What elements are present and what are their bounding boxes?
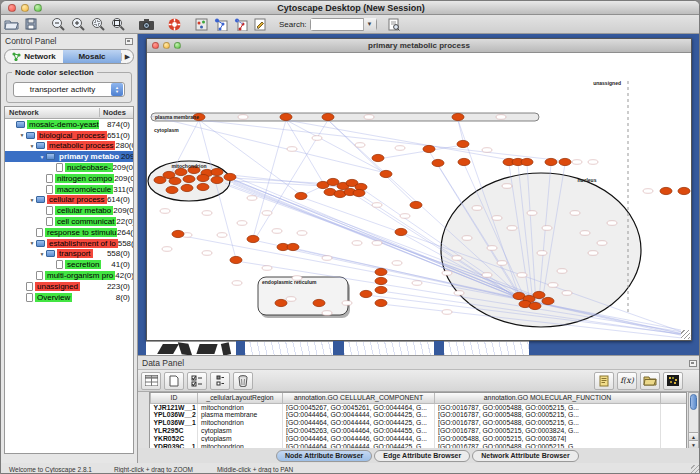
table-cell[interactable]: mitochondrion [198, 419, 283, 427]
tree-row[interactable]: mosaic-demo-yeast874(0) [5, 119, 133, 130]
table-cell[interactable]: [GO:0044464, GO:0044444, GO:0044425, G..… [283, 411, 435, 419]
table-row[interactable]: YJR121W__1mitochondrion[GO:0045267, GO:0… [151, 403, 688, 411]
table-cell[interactable]: [GO:0045263, GO:0044464, GO:0044455, G..… [283, 427, 435, 435]
network-node[interactable] [183, 175, 195, 182]
table-cell[interactable]: mitochondrion [198, 403, 283, 411]
table-cell[interactable]: [GO:0016787, GO:0005488, GO:0005215, G..… [435, 411, 661, 419]
vizmapper-icon[interactable] [192, 16, 211, 33]
network-node[interactable] [360, 290, 372, 297]
table-cell[interactable]: [GO:0005488, GO:0005215, GO:0003674] [435, 435, 661, 443]
table-cell[interactable]: YLR295C [151, 427, 198, 435]
network-node[interactable] [395, 228, 407, 235]
table-cell[interactable]: cytoplasm [198, 435, 283, 443]
zoom-selected-icon[interactable] [88, 16, 108, 33]
network-node[interactable] [197, 174, 209, 181]
network-node[interactable] [458, 158, 470, 165]
tree-row[interactable]: Overview8(0) [5, 292, 133, 303]
network-node[interactable] [295, 192, 307, 199]
float-panel-icon[interactable] [689, 360, 697, 367]
network-node[interactable] [280, 113, 292, 120]
zoom-out-icon[interactable] [48, 16, 68, 33]
network-node[interactable] [247, 235, 259, 242]
network-node[interactable] [375, 299, 387, 306]
tree-row[interactable]: unassigned223(0) [5, 281, 133, 292]
network-node[interactable] [166, 186, 178, 193]
destroy-view-icon[interactable] [231, 16, 251, 33]
formula-icon[interactable]: f(x) [617, 372, 637, 390]
network-node[interactable] [275, 299, 287, 306]
network-node[interactable] [211, 176, 223, 183]
tree-row[interactable]: macromolecule311(0) [5, 184, 133, 195]
table-cell[interactable]: cytoplasm [198, 427, 283, 435]
network-view-window[interactable]: primary metabolic process plasma membran… [146, 38, 692, 341]
network-node[interactable] [375, 286, 387, 293]
table-scrollbar[interactable]: ▲ ▼ [688, 392, 699, 449]
disclosure-triangle-icon[interactable]: ▼ [28, 143, 36, 149]
tree-row[interactable]: ▼establishment of lo558(0) [5, 238, 133, 249]
table-cell[interactable]: YPL036W__1 [151, 419, 198, 427]
network-node[interactable] [542, 297, 554, 304]
disclosure-triangle-icon[interactable]: ▼ [28, 197, 36, 203]
background-window[interactable] [146, 341, 241, 355]
tree-row[interactable]: ▼metabolic process280(0) [5, 141, 133, 152]
tree-row[interactable]: multi-organism pro42(0) [5, 270, 133, 281]
tree-row[interactable]: ▼transport558(0) [5, 249, 133, 260]
tree-column-nodes[interactable]: Nodes [99, 108, 133, 117]
table-cell[interactable]: [GO:0044464, GO:0044444, GO:0044425, G..… [283, 419, 435, 427]
network-edge[interactable] [286, 120, 527, 163]
table-row[interactable]: YKR052Ccytoplasm[GO:0044464, GO:0044446,… [151, 435, 688, 443]
network-node[interactable] [521, 158, 533, 165]
search-input[interactable] [311, 19, 363, 30]
table-cell[interactable]: YJR121W__1 [151, 403, 198, 411]
tree-row[interactable]: response to stimulu264(0) [5, 227, 133, 238]
tree-column-network[interactable]: Network [5, 108, 99, 117]
float-panel-icon[interactable] [125, 38, 133, 45]
tab-edge-attribute-browser[interactable]: Edge Attribute Browser [374, 450, 470, 462]
table-cell[interactable]: plasma membrane [198, 411, 283, 419]
import-attributes-icon[interactable] [640, 372, 660, 390]
help-icon[interactable] [165, 16, 184, 33]
disclosure-triangle-icon[interactable]: ▼ [18, 132, 26, 138]
annotation-icon[interactable] [251, 16, 269, 33]
column-header[interactable]: annotation.GO CELLULAR_COMPONENT [283, 393, 435, 403]
table-cell[interactable]: [GO:0016787, GO:0005488, GO:0005215, G..… [435, 403, 661, 411]
network-node[interactable] [211, 168, 223, 175]
tab-mosaic[interactable]: Mosaic [63, 50, 121, 63]
table-cell[interactable]: [GO:0016787, GO:0005488, GO:0005215, G..… [435, 419, 661, 427]
network-node[interactable] [181, 184, 193, 191]
disclosure-triangle-icon[interactable]: ▼ [38, 251, 46, 257]
background-window[interactable] [245, 341, 333, 355]
table-row[interactable]: YPL036W__1mitochondrion[GO:0044464, GO:0… [151, 419, 688, 427]
table-cell[interactable]: YPL036W__2 [151, 411, 198, 419]
network-node[interactable] [452, 113, 464, 120]
tree-row[interactable]: ▼cellular process614(0) [5, 195, 133, 206]
snapshot-icon[interactable] [136, 16, 157, 33]
disclosure-triangle-icon[interactable]: ▼ [28, 240, 36, 246]
open-session-icon[interactable] [1, 16, 22, 33]
network-edge[interactable] [199, 120, 565, 161]
tab-network-attribute-browser[interactable]: Network Attribute Browser [472, 450, 578, 462]
column-header[interactable]: _cellularLayoutRegion [198, 393, 283, 403]
tree-row[interactable]: secretion41(0) [5, 259, 133, 270]
select-attributes-icon[interactable] [187, 372, 207, 390]
network-node[interactable] [533, 291, 545, 298]
network-node[interactable] [375, 277, 387, 284]
network-node[interactable] [380, 170, 392, 177]
network-node[interactable] [322, 113, 334, 120]
network-node[interactable] [230, 256, 242, 263]
network-node[interactable] [432, 159, 444, 166]
network-edge[interactable] [378, 145, 463, 159]
background-window[interactable] [344, 341, 434, 355]
background-window[interactable] [236, 341, 245, 355]
zoom-fit-icon[interactable] [108, 16, 128, 33]
scroll-down-icon[interactable]: ▼ [689, 440, 698, 448]
tree-row[interactable]: ▼biological_process651(0) [5, 130, 133, 141]
network-node[interactable] [545, 158, 557, 165]
network-node[interactable] [372, 154, 384, 161]
tab-network[interactable]: Network [5, 50, 63, 63]
network-canvas[interactable]: plasma membranecytoplasmmitochondrionnuc… [147, 53, 691, 340]
attribute-table-icon[interactable] [141, 372, 161, 390]
app-resize-grip[interactable] [691, 465, 700, 474]
search-dropdown-icon[interactable]: ▼ [363, 18, 376, 31]
tab-node-attribute-browser[interactable]: Node Attribute Browser [276, 450, 372, 462]
